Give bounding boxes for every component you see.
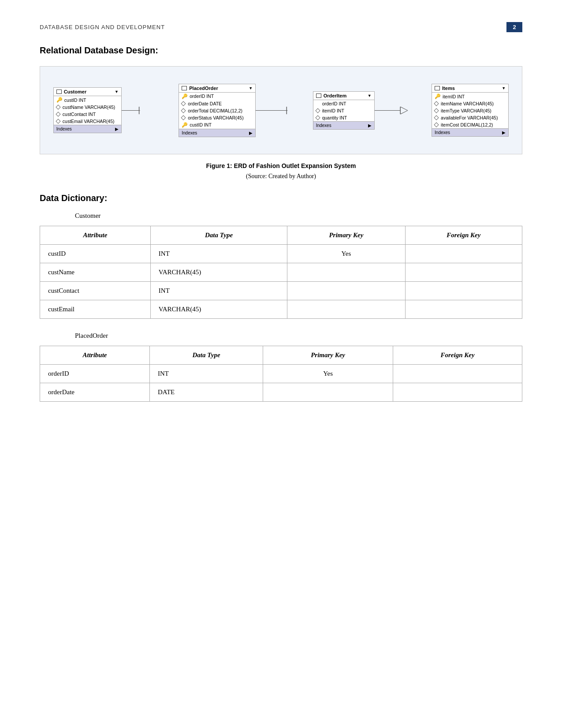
indexes-label: Indexes [182,131,197,135]
dd-col-foreignkey: Foreign Key [405,226,522,245]
field-text: custID INT [64,97,86,103]
indexes-label: Indexes [56,127,72,131]
erd-field: custContact INT [54,111,121,118]
pk-icon: 🔑 [182,122,188,128]
fk-icon [56,105,60,109]
header-page-number: 2 [506,22,522,32]
fk-icon [434,108,439,113]
page: DATABASE DESIGN AND DEVELOPMENT 2 Relati… [0,0,562,441]
field-text: itemType VARCHAR(45) [441,108,491,113]
table-row: orderID INT Yes [40,365,522,383]
erd-field: availableFor VARCHAR(45) [432,114,508,121]
dd-col-datatype: Data Type [149,346,263,365]
chevron-down-icon: ▼ [115,90,119,94]
fk-cell [393,365,522,383]
table-row: custEmail VARCHAR(45) [40,300,522,319]
erd-footer: Indexes ▶ [313,121,374,129]
fk-icon [56,112,60,116]
fk-icon [181,115,186,120]
erd-placedorder-table: PlacedOrder ▼ 🔑 orderID INT orderDate DA… [179,84,256,137]
field-text: itemID INT [322,108,344,113]
datatype-cell: INT [149,365,263,383]
erd-field: quantity INT [313,114,374,121]
data-dictionary-heading: Data Dictionary: [40,193,522,203]
erd-field: 🔑 orderID INT [179,93,255,100]
table-icon [182,86,187,90]
field-text: orderDate DATE [188,101,222,106]
attribute-cell: custEmail [40,300,151,319]
chevron-down-icon: ▼ [368,93,372,98]
erd-field: itemCost DECIMAL(12,2) [432,121,508,128]
field-text: custName VARCHAR(45) [63,105,115,110]
arrow-icon: ▶ [249,131,253,135]
erd-field: orderTotal DECIMAL(12,2) [179,107,255,114]
erd-customer-header: Customer ▼ [54,88,121,96]
dd-placedorder-table: Attribute Data Type Primary Key Foreign … [40,346,522,402]
dd-col-foreignkey: Foreign Key [393,346,522,365]
arrow-icon: ▶ [115,127,119,131]
dd-col-primarykey: Primary Key [263,346,393,365]
field-text: custEmail VARCHAR(45) [63,119,115,124]
fk-icon [315,108,320,113]
field-text: orderID INT [190,93,214,99]
datatype-cell: INT [150,245,287,263]
dd-col-datatype: Data Type [150,226,287,245]
erd-field: orderID INT [313,100,374,107]
fk-icon [434,115,439,120]
erd-field: custName VARCHAR(45) [54,104,121,111]
erd-customer-table: Customer ▼ 🔑 custID INT custName VARCHAR… [53,87,122,133]
attribute-cell: orderID [40,365,150,383]
erd-field: itemName VARCHAR(45) [432,100,508,107]
figure-caption: Figure 1: ERD of Fashion Outlet Expansio… [40,162,522,169]
fk-icon [434,122,439,127]
fk-icon [315,115,320,120]
field-text: itemCost DECIMAL(12,2) [441,122,493,127]
field-text: custContact INT [63,112,96,117]
datatype-cell: DATE [149,383,263,402]
erd-field: itemID INT [313,107,374,114]
table-row: custName VARCHAR(45) [40,263,522,282]
pk-cell [287,282,405,300]
pk-cell [287,263,405,282]
pk-icon: 🔑 [435,93,441,99]
pk-icon: 🔑 [182,93,188,99]
erd-orderitem-header: OrderItem ▼ [313,92,374,100]
dd-customer-table: Attribute Data Type Primary Key Foreign … [40,226,522,319]
dd-placedorder-title: PlacedOrder [75,332,522,340]
fk-cell [405,282,522,300]
erd-field: 🔑 itemID INT [432,93,508,100]
fk-icon [181,101,186,106]
header: DATABASE DESIGN AND DEVELOPMENT 2 [40,22,522,32]
pk-cell [263,383,393,402]
erd-field: itemType VARCHAR(45) [432,107,508,114]
attribute-cell: custID [40,245,151,263]
erd-placedorder-header: PlacedOrder ▼ [179,84,255,93]
placedorder-table-name: PlacedOrder [189,86,218,91]
svg-line-12 [400,107,408,110]
erd-items-header: Items ▼ [432,84,508,93]
erd-diagram: Customer ▼ 🔑 custID INT custName VARCHAR… [40,66,522,154]
fk-icon [181,108,186,113]
erd-field: 🔑 custID INT [54,96,121,104]
dd-customer-title: Customer [75,212,522,220]
field-text: itemID INT [443,94,465,99]
pk-cell [287,300,405,319]
items-table-name: Items [442,86,455,91]
datatype-cell: VARCHAR(45) [150,300,287,319]
fk-cell [393,383,522,402]
attribute-cell: custName [40,263,151,282]
arrow-icon: ▶ [368,123,372,128]
attribute-cell: custContact [40,282,151,300]
erd-footer: Indexes ▶ [432,128,508,136]
fk-cell [405,263,522,282]
pk-cell: Yes [287,245,405,263]
field-text: quantity INT [322,115,347,120]
attribute-cell: orderDate [40,383,150,402]
table-icon [435,86,440,90]
orderitem-table-name: OrderItem [324,93,347,98]
header-title: DATABASE DESIGN AND DEVELOPMENT [40,24,165,30]
dd-col-primarykey: Primary Key [287,226,405,245]
chevron-down-icon: ▼ [502,86,506,90]
arrow-icon: ▶ [502,130,506,135]
fk-cell [405,245,522,263]
